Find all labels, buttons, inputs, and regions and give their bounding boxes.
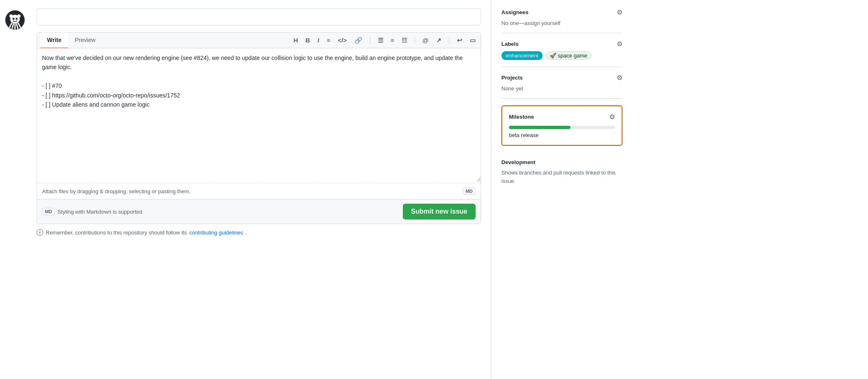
numbered-list-icon[interactable]: ≡ [389,35,396,45]
development-text: Shows branches and pull requests linked … [501,170,616,184]
md-badge: MD [463,187,476,195]
milestone-gear-icon[interactable]: ⚙ [609,113,615,121]
projects-section: Projects ⚙ None yet [501,67,622,99]
main-content: Update game to use new rendering engine … [33,0,491,379]
milestone-section: Milestone ⚙ beta release [501,105,622,146]
labels-title: Labels [501,41,518,47]
milestone-title: Milestone [509,114,534,120]
toolbar-divider-1 [370,37,370,44]
development-title: Development [501,159,536,165]
labels-section: Labels ⚙ enhancement 🚀 space game [501,33,622,67]
markdown-support: MD Styling with Markdown is supported [42,208,142,215]
svg-point-3 [17,15,21,18]
notice-suffix: . [246,229,247,236]
assignees-section: Assignees ⚙ No one—assign yourself [501,8,622,33]
mention-icon[interactable]: @ [421,35,430,45]
assignees-gear-icon[interactable]: ⚙ [617,8,622,16]
toolbar-icons: H B I ≡ </> 🔗 ☰ ≡ ☷ @ ↗ ↩ ▭ [292,35,477,46]
projects-title: Projects [501,75,523,81]
labels-gear-icon[interactable]: ⚙ [617,40,622,48]
undo-icon[interactable]: ↩ [455,35,464,46]
issue-body-textarea[interactable]: Now that we've decided on our new render… [37,48,481,182]
label-enhancement[interactable]: enhancement [501,51,543,60]
milestone-progress-bar-container [509,126,615,129]
svg-point-4 [12,18,15,20]
notice-text: Remember, contributions to this reposito… [46,229,187,236]
right-sidebar: Assignees ⚙ No one—assign yourself Label… [491,0,632,379]
milestone-name: beta release [509,132,539,138]
contributing-guidelines-link[interactable]: contributing guidelines [189,229,243,236]
bold-icon[interactable]: B [304,35,312,45]
svg-point-2 [10,15,13,18]
quote-icon[interactable]: ≡ [325,35,332,45]
left-sidebar [0,0,33,379]
editor-tabs: Write Preview [40,32,102,48]
bullet-list-icon[interactable]: ☰ [376,35,385,46]
submit-new-issue-button[interactable]: Submit new issue [403,204,476,219]
development-section: Development Shows branches and pull requ… [501,152,622,192]
svg-point-5 [15,18,17,20]
notice: i Remember, contributions to this reposi… [37,229,481,236]
assignees-value: No one—assign yourself [501,20,560,26]
md-badge-footer: MD [42,208,55,215]
avatar[interactable] [5,10,25,30]
attach-text: Attach files by dragging & dropping, sel… [42,188,191,194]
tab-write[interactable]: Write [40,32,68,48]
code-icon[interactable]: </> [336,35,349,45]
markdown-support-text: Styling with Markdown is supported [57,209,142,215]
link-icon[interactable]: 🔗 [353,35,364,46]
md-badge-text: MD [466,189,473,194]
development-header: Development [501,159,622,165]
projects-gear-icon[interactable]: ⚙ [617,74,622,82]
projects-value: None yet [501,85,523,92]
tab-preview[interactable]: Preview [68,32,102,48]
italic-icon[interactable]: I [316,35,321,45]
assignees-header: Assignees ⚙ [501,8,622,16]
label-space-game[interactable]: 🚀 space game [545,51,592,60]
assignees-title: Assignees [501,9,528,15]
milestone-progress-bar-fill [509,126,570,129]
attach-area: Attach files by dragging & dropping, sel… [37,183,481,199]
task-list-icon[interactable]: ☷ [400,35,409,46]
editor-footer: MD Styling with Markdown is supported Su… [37,199,481,224]
fullscreen-icon[interactable]: ▭ [468,35,477,46]
milestone-header: Milestone ⚙ [509,113,615,121]
projects-header: Projects ⚙ [501,74,622,82]
info-icon: i [37,229,43,236]
reference-icon[interactable]: ↗ [434,35,443,46]
heading-icon[interactable]: H [292,35,300,45]
labels-header: Labels ⚙ [501,40,622,48]
editor-toolbar: Write Preview H B I ≡ </> 🔗 ☰ ≡ ☷ @ ↗ [37,32,481,48]
issue-title-input[interactable]: Update game to use new rendering engine [37,8,481,25]
toolbar-divider-2 [414,37,415,44]
editor-container: Write Preview H B I ≡ </> 🔗 ☰ ≡ ☷ @ ↗ [37,32,481,224]
labels-container: enhancement 🚀 space game [501,51,622,60]
toolbar-divider-3 [449,37,449,44]
